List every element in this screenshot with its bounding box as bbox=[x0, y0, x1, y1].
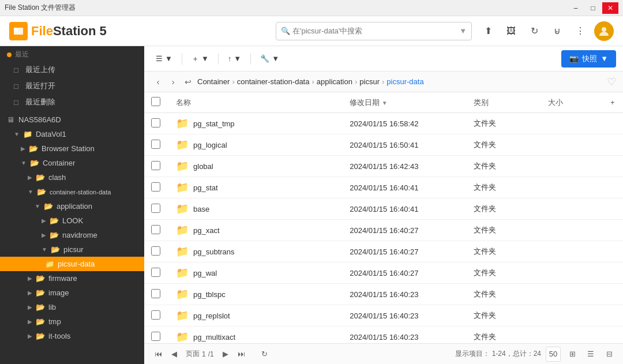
breadcrumb-picsur[interactable]: picsur bbox=[359, 77, 380, 86]
sidebar-item-picsur[interactable]: ▼ 📂 picsur bbox=[0, 242, 144, 257]
select-all-checkbox[interactable] bbox=[151, 97, 160, 106]
row-type: 文件夹 bbox=[467, 241, 541, 262]
tools-button[interactable]: 🔧 ▼ bbox=[256, 52, 284, 65]
sidebar-item-container[interactable]: ▼ 📂 Container bbox=[0, 156, 144, 170]
close-button[interactable]: ✕ bbox=[602, 2, 618, 14]
sidebar-item-firmware[interactable]: ▶ 📂 firmware bbox=[0, 271, 144, 286]
sidebar-item-label: application bbox=[57, 202, 92, 211]
list-view-button[interactable]: ☰ bbox=[584, 347, 598, 361]
row-checkbox[interactable] bbox=[144, 198, 169, 220]
folder-icon: 📂 bbox=[36, 303, 45, 312]
forward-button[interactable]: › bbox=[166, 75, 180, 89]
view-per-page[interactable]: 50 bbox=[546, 347, 561, 362]
row-checkbox[interactable] bbox=[144, 134, 169, 156]
upload-icon-btn[interactable]: ⬆ bbox=[479, 22, 497, 40]
sidebar-item-look[interactable]: ▶ 📂 LOOK bbox=[0, 213, 144, 228]
prev-page-button[interactable]: ◀ bbox=[167, 347, 181, 361]
sidebar-item-container-station-data[interactable]: ▼ 📂 container-station-data bbox=[0, 185, 144, 199]
row-name[interactable]: 📁 global bbox=[169, 156, 343, 177]
row-checkbox[interactable] bbox=[144, 284, 169, 305]
minimize-button[interactable]: – bbox=[568, 2, 584, 14]
row-more bbox=[603, 327, 623, 344]
sidebar-item-recent-upload[interactable]: □ 最近上传 bbox=[0, 62, 144, 78]
sidebar-item-image[interactable]: ▶ 📂 image bbox=[0, 286, 144, 300]
sidebar-item-picsur-data[interactable]: 📁 picsur-data bbox=[0, 257, 144, 271]
sidebar-item-it-tools[interactable]: ▶ 📂 it-tools bbox=[0, 329, 144, 343]
sidebar-item-navidrome[interactable]: ▶ 📂 navidrome bbox=[0, 228, 144, 242]
add-button[interactable]: ＋ ▼ bbox=[187, 51, 213, 66]
avatar[interactable] bbox=[594, 21, 614, 41]
name-header[interactable]: 名称 bbox=[169, 92, 343, 113]
row-name[interactable]: 📁 pg_multixact bbox=[169, 327, 343, 344]
display-icon-btn[interactable]: 🖼 bbox=[502, 22, 520, 40]
sep-3: › bbox=[355, 77, 357, 86]
row-checkbox[interactable] bbox=[144, 220, 169, 241]
sidebar-item-clash[interactable]: ▶ 📂 clash bbox=[0, 170, 144, 185]
row-checkbox[interactable] bbox=[144, 327, 169, 344]
row-checkbox[interactable] bbox=[144, 113, 169, 134]
row-checkbox[interactable] bbox=[144, 177, 169, 198]
maximize-button[interactable]: □ bbox=[585, 2, 601, 14]
filter-icon-btn[interactable]: ⊌ bbox=[548, 22, 566, 40]
search-input[interactable] bbox=[292, 27, 459, 35]
up-button[interactable]: ↩ bbox=[181, 75, 195, 89]
next-page-button[interactable]: ▶ bbox=[219, 347, 232, 361]
row-name[interactable]: 📁 pg_wal bbox=[169, 262, 343, 284]
more-icon-btn[interactable]: ⋮ bbox=[571, 22, 590, 40]
nas-icon: 🖥 bbox=[7, 115, 15, 124]
first-page-button[interactable]: ⏮ bbox=[151, 347, 165, 361]
view-mode-button[interactable]: ☰ ▼ bbox=[151, 52, 177, 65]
breadcrumb-application[interactable]: application bbox=[317, 77, 352, 86]
row-more bbox=[603, 284, 623, 305]
row-name[interactable]: 📁 pg_stat bbox=[169, 177, 343, 198]
favorite-icon[interactable]: ♡ bbox=[607, 76, 616, 88]
back-button[interactable]: ‹ bbox=[151, 75, 165, 89]
row-checkbox[interactable] bbox=[144, 305, 169, 327]
sidebar-item-tmp[interactable]: ▶ 📂 tmp bbox=[0, 314, 144, 329]
search-dropdown-icon[interactable]: ▼ bbox=[459, 27, 467, 35]
row-name[interactable]: 📁 base bbox=[169, 198, 343, 220]
row-checkbox[interactable] bbox=[144, 241, 169, 262]
date-header[interactable]: 修改日期 ▼ bbox=[343, 92, 467, 113]
refresh-icon-btn[interactable]: ↻ bbox=[525, 22, 543, 40]
sidebar-item-nas[interactable]: 🖥 NAS586A6D bbox=[0, 112, 144, 127]
row-more bbox=[603, 134, 623, 156]
folder-icon: 📂 bbox=[44, 202, 53, 211]
grid-view-button[interactable]: ⊞ bbox=[565, 347, 579, 361]
breadcrumb-container-station-data[interactable]: container-station-data bbox=[237, 77, 310, 86]
search-bar[interactable]: 🔍 ▼ bbox=[276, 22, 472, 40]
refresh-button[interactable]: ↻ bbox=[258, 347, 272, 361]
folder-active-icon: 📁 bbox=[45, 260, 54, 268]
row-name[interactable]: 📁 pg_replslot bbox=[169, 305, 343, 327]
row-checkbox[interactable] bbox=[144, 262, 169, 284]
type-header[interactable]: 类别 bbox=[467, 92, 541, 113]
sidebar-item-recent-delete[interactable]: □ 最近删除 bbox=[0, 94, 144, 110]
more-header[interactable]: + bbox=[603, 92, 623, 113]
upload-button[interactable]: ↑ ▼ bbox=[223, 52, 246, 65]
folder-icon: 📁 bbox=[176, 160, 189, 172]
size-header[interactable]: 大小 bbox=[541, 92, 603, 113]
toolbar-right: 📷 快照 ▼ bbox=[561, 50, 616, 67]
table-row: 📁 pg_stat 2024/01/15 16:40:41 文件夹 bbox=[144, 177, 623, 198]
chevron-right-icon: ▶ bbox=[28, 174, 32, 181]
sidebar-item-datavol1[interactable]: ▼ 📁 DataVol1 bbox=[0, 127, 144, 141]
row-checkbox[interactable] bbox=[144, 156, 169, 177]
row-name[interactable]: 📁 pg_subtrans bbox=[169, 241, 343, 262]
quick-snapshot-button[interactable]: 📷 快照 ▼ bbox=[561, 50, 616, 67]
tile-view-button[interactable]: ⊟ bbox=[602, 347, 616, 361]
row-date: 2024/01/15 16:40:23 bbox=[343, 284, 467, 305]
row-name[interactable]: 📁 pg_stat_tmp bbox=[169, 113, 343, 134]
folder-icon: 📂 bbox=[50, 231, 59, 239]
sidebar-item-recent-open[interactable]: □ 最近打开 bbox=[0, 78, 144, 94]
sidebar-item-lib[interactable]: ▶ 📂 lib bbox=[0, 300, 144, 314]
row-name[interactable]: 📁 pg_tblspc bbox=[169, 284, 343, 305]
sidebar-item-browser-station[interactable]: ▶ 📂 Browser Station bbox=[0, 141, 144, 156]
breadcrumb-container[interactable]: Container bbox=[197, 77, 230, 86]
breadcrumb-path: Container › container-station-data › app… bbox=[197, 77, 424, 86]
sidebar-item-application[interactable]: ▼ 📂 application bbox=[0, 199, 144, 213]
sidebar-item-label: 最近上传 bbox=[25, 65, 55, 75]
row-name[interactable]: 📁 pg_xact bbox=[169, 220, 343, 241]
row-name[interactable]: 📁 pg_logical bbox=[169, 134, 343, 156]
sidebar-item-label: it-tools bbox=[48, 332, 70, 340]
last-page-button[interactable]: ⏭ bbox=[235, 347, 249, 361]
